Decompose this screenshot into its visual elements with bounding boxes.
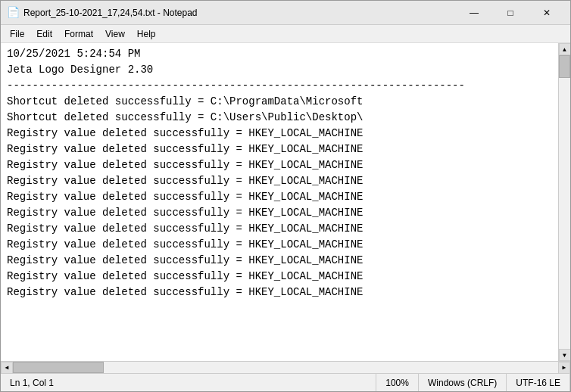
menu-edit[interactable]: Edit	[30, 27, 58, 41]
menu-help[interactable]: Help	[131, 27, 162, 41]
vertical-scrollbar[interactable]: ▲ ▼	[558, 43, 570, 361]
notepad-window: 📄 Report_25-10-2021_17,24,54.txt - Notep…	[0, 0, 571, 392]
app-icon: 📄	[7, 7, 19, 19]
scroll-left-arrow[interactable]: ◀	[1, 362, 13, 374]
status-encoding: UTF-16 LE	[507, 374, 570, 391]
minimize-button[interactable]: —	[457, 3, 491, 23]
maximize-button[interactable]: □	[493, 3, 528, 23]
title-bar-buttons: — □ ✕	[457, 3, 564, 23]
title-bar: 📄 Report_25-10-2021_17,24,54.txt - Notep…	[1, 1, 570, 25]
status-position: Ln 1, Col 1	[1, 374, 376, 391]
status-bar: Ln 1, Col 1 100% Windows (CRLF) UTF-16 L…	[1, 373, 570, 391]
scroll-down-arrow[interactable]: ▼	[559, 349, 571, 361]
scroll-up-arrow[interactable]: ▲	[559, 43, 571, 55]
menu-format[interactable]: Format	[58, 27, 99, 41]
menu-bar: File Edit Format View Help	[1, 25, 570, 43]
menu-view[interactable]: View	[99, 27, 131, 41]
window-title: Report_25-10-2021_17,24,54.txt - Notepad	[23, 8, 198, 18]
status-line-ending: Windows (CRLF)	[419, 374, 507, 391]
title-bar-left: 📄 Report_25-10-2021_17,24,54.txt - Notep…	[7, 7, 198, 19]
scroll-thumb[interactable]	[559, 55, 570, 78]
close-button[interactable]: ✕	[529, 3, 564, 23]
h-scroll-track[interactable]	[13, 362, 558, 373]
content-area: 10/25/2021 5:24:54 PM Jeta Logo Designer…	[1, 43, 570, 361]
scroll-right-arrow[interactable]: ▶	[558, 362, 570, 374]
h-scroll-thumb[interactable]	[13, 362, 104, 373]
text-editor[interactable]: 10/25/2021 5:24:54 PM Jeta Logo Designer…	[1, 43, 558, 361]
horizontal-scrollbar[interactable]: ◀ ▶	[1, 361, 570, 373]
scroll-track[interactable]	[559, 55, 570, 349]
status-zoom: 100%	[376, 374, 419, 391]
bottom-area: ◀ ▶ Ln 1, Col 1 100% Windows (CRLF) UTF-…	[1, 361, 570, 391]
menu-file[interactable]: File	[4, 27, 30, 41]
